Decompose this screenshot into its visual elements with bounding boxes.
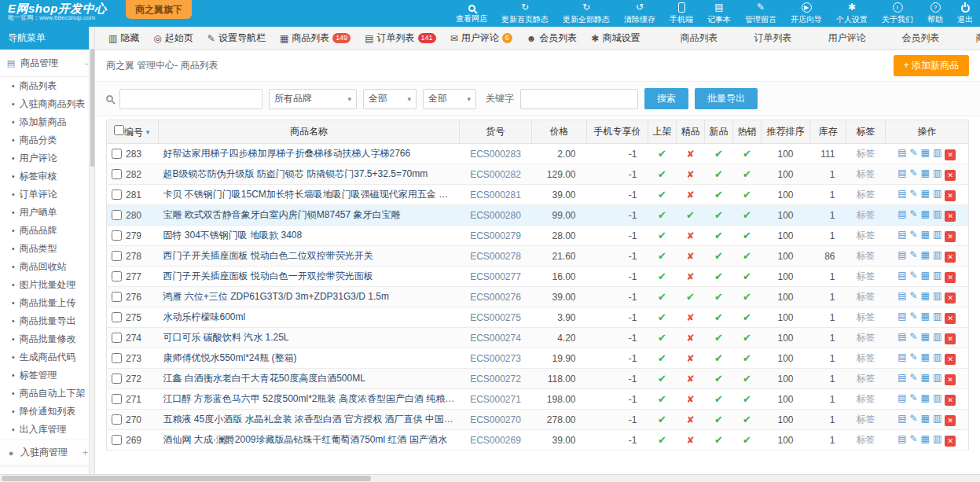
category-select[interactable]: 全部 ▾: [363, 89, 417, 109]
edit-icon[interactable]: ✎: [910, 270, 918, 281]
row-checkbox[interactable]: [112, 353, 122, 363]
column-header-0[interactable]: 编号▼: [107, 120, 159, 144]
page-tab-4[interactable]: 商城设置: [975, 31, 980, 45]
row-checkbox[interactable]: [112, 435, 122, 445]
edit-icon[interactable]: ✎: [910, 413, 918, 424]
product-name-link[interactable]: 西门子开关插座面板 悦动白色一开双控带荧光面板: [163, 270, 373, 281]
header-action-refresh-home[interactable]: ↻更新首页静态: [494, 0, 556, 27]
edit-icon[interactable]: ✎: [910, 351, 918, 362]
check-icon[interactable]: ✔: [714, 311, 723, 323]
check-icon[interactable]: ✔: [743, 352, 751, 364]
cross-icon[interactable]: ✘: [686, 333, 694, 344]
tag-link[interactable]: 标签: [857, 332, 875, 343]
row-checkbox[interactable]: [112, 251, 122, 261]
expand-icon[interactable]: +: [83, 447, 88, 458]
edit-icon[interactable]: ✎: [910, 188, 918, 199]
check-icon[interactable]: ✔: [714, 270, 723, 282]
check-icon[interactable]: ✔: [714, 352, 723, 364]
product-name-link[interactable]: 宝雕 欧式双舌静音象牙白室内房门锁M87457 象牙白宝雕: [163, 209, 401, 220]
quickbar-item-order-list[interactable]: ▤订单列表141: [358, 31, 442, 45]
tag-link[interactable]: 标签: [857, 393, 875, 404]
product-name-link[interactable]: 超B级锁芯防伪升级版 防盗门锁芯 防撬锁芯门37.5+32.5=70mm: [163, 168, 428, 179]
check-icon[interactable]: ✔: [714, 291, 723, 303]
view-detail-icon[interactable]: ▤: [897, 188, 906, 199]
edit-icon[interactable]: ✎: [910, 392, 918, 403]
quickbar-item-user-comments[interactable]: ✉用户评论6: [443, 31, 519, 45]
recycle-icon[interactable]: ✕: [945, 436, 956, 447]
preview-icon[interactable]: ▥: [933, 413, 941, 424]
recycle-icon[interactable]: ✕: [945, 190, 956, 201]
copy-icon[interactable]: ▦: [921, 433, 930, 444]
preview-icon[interactable]: ▥: [933, 392, 941, 403]
recycle-icon[interactable]: ✕: [945, 211, 956, 222]
preview-icon[interactable]: ▥: [933, 249, 941, 260]
recycle-icon[interactable]: ✕: [945, 149, 956, 160]
copy-icon[interactable]: ▦: [921, 372, 930, 383]
product-name-link[interactable]: 五粮液 45度小酒版 水晶礼盒装 浓香型白酒 官方授权 酒厂直供 中国名酒 25…: [163, 414, 460, 425]
preview-icon[interactable]: ▥: [933, 270, 941, 281]
cross-icon[interactable]: ✘: [686, 414, 694, 425]
row-checkbox[interactable]: [112, 394, 122, 404]
product-name-link[interactable]: 西门子开关插座面板 悦动白色二位双控带荧光开关: [163, 250, 373, 261]
sidebar-item-goods-manage-17[interactable]: •商品自动上下架: [0, 384, 94, 403]
tag-link[interactable]: 标签: [857, 250, 875, 261]
sidebar-item-goods-manage-15[interactable]: •生成商品代码: [0, 348, 94, 366]
recycle-icon[interactable]: ✕: [945, 415, 956, 426]
sidebar-scrollbar-thumb[interactable]: [90, 49, 94, 167]
recycle-icon[interactable]: ✕: [945, 231, 956, 242]
sidebar-item-goods-manage-8[interactable]: •商品品牌: [0, 222, 94, 240]
view-detail-icon[interactable]: ▤: [897, 147, 906, 158]
sidebar-item-goods-manage-2[interactable]: •添加新商品: [0, 113, 94, 131]
edit-icon[interactable]: ✎: [910, 433, 918, 444]
check-icon[interactable]: ✔: [743, 434, 751, 446]
row-checkbox[interactable]: [112, 149, 122, 159]
check-icon[interactable]: ✔: [743, 414, 751, 425]
cross-icon[interactable]: ✘: [686, 312, 694, 323]
tag-link[interactable]: 标签: [857, 373, 875, 384]
check-icon[interactable]: ✔: [658, 393, 666, 405]
sidebar-item-goods-manage-0[interactable]: •商品列表: [0, 77, 94, 95]
view-detail-icon[interactable]: ▤: [897, 392, 906, 403]
horizontal-scrollbar[interactable]: [0, 474, 980, 482]
row-checkbox[interactable]: [112, 169, 122, 179]
cross-icon[interactable]: ✘: [686, 230, 694, 241]
quickbar-item-start-page[interactable]: ◎起始页: [146, 31, 200, 45]
product-name-link[interactable]: 江口醇 方形蓝色马六甲 52度500ml*2瓶装 高度浓香型国产白酒 纯粮酒水特…: [163, 393, 460, 404]
sidebar-item-goods-manage-1[interactable]: •入驻商商品列表: [0, 95, 94, 113]
page-tab-0[interactable]: 商品列表: [680, 31, 718, 45]
check-icon[interactable]: ✔: [658, 250, 666, 262]
check-icon[interactable]: ✔: [743, 148, 751, 160]
copy-icon[interactable]: ▦: [921, 290, 930, 301]
check-icon[interactable]: ✔: [714, 250, 723, 262]
product-name-link[interactable]: 鸿雁 六位+三位 ZDP61G3T3/D 3m+ZDP31G3/D 1.5m: [163, 291, 389, 302]
copy-icon[interactable]: ▦: [921, 331, 930, 342]
check-icon[interactable]: ✔: [714, 373, 723, 384]
check-icon[interactable]: ✔: [714, 393, 723, 405]
batch-export-button[interactable]: 批量导出: [695, 88, 758, 109]
check-icon[interactable]: ✔: [658, 311, 666, 323]
check-icon[interactable]: ✔: [714, 414, 723, 425]
row-checkbox[interactable]: [112, 414, 122, 425]
recycle-icon[interactable]: ✕: [945, 395, 956, 406]
preview-icon[interactable]: ▥: [933, 229, 941, 240]
header-action-manage-messages[interactable]: ✎管理留言: [738, 0, 784, 27]
search-button[interactable]: 搜索: [644, 88, 688, 109]
check-icon[interactable]: ✔: [743, 189, 751, 201]
sidebar-section-merchant-manage[interactable]: ●入驻商管理+: [0, 439, 94, 466]
copy-icon[interactable]: ▦: [921, 392, 930, 403]
sidebar-item-goods-manage-16[interactable]: •标签管理: [0, 366, 94, 384]
check-icon[interactable]: ✔: [743, 168, 751, 180]
header-action-view-shop[interactable]: 查看网店: [449, 0, 494, 27]
quickbar-item-shop-settings[interactable]: ✱商城设置: [584, 31, 647, 45]
page-tab-1[interactable]: 订单列表: [754, 31, 791, 45]
tag-link[interactable]: 标签: [857, 189, 875, 200]
cross-icon[interactable]: ✘: [686, 373, 694, 384]
collapse-icon[interactable]: -: [85, 58, 88, 69]
preview-icon[interactable]: ▥: [933, 351, 941, 362]
recycle-icon[interactable]: ✕: [945, 313, 956, 324]
recycle-icon[interactable]: ✕: [945, 272, 956, 283]
header-action-mobile[interactable]: 手机端: [663, 0, 700, 27]
edit-icon[interactable]: ✎: [910, 167, 918, 178]
view-detail-icon[interactable]: ▤: [897, 290, 906, 301]
horizontal-scrollbar-thumb[interactable]: [2, 476, 371, 481]
